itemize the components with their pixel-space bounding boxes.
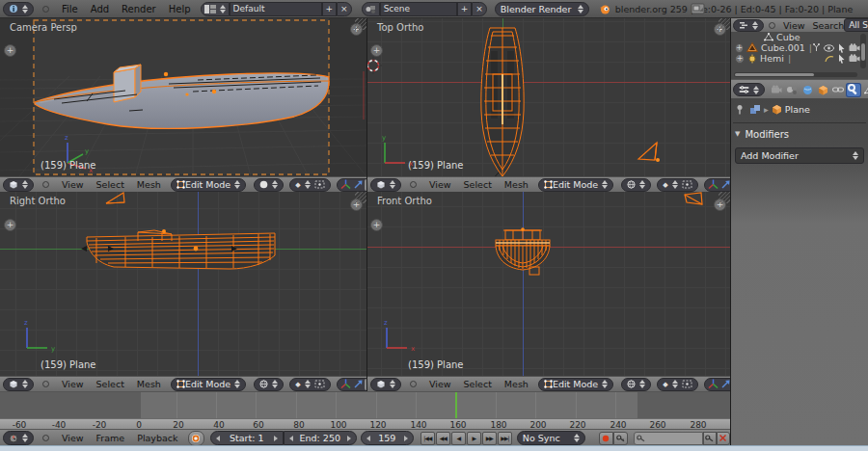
tab-render[interactable] bbox=[769, 83, 784, 97]
manipulator-axis-icon[interactable] bbox=[339, 379, 352, 390]
shading-dropdown[interactable] bbox=[621, 378, 651, 391]
tab-constraints[interactable] bbox=[830, 83, 846, 97]
outliner-scope-dropdown[interactable]: All Scenes bbox=[844, 18, 868, 32]
editor-type-dropdown-properties[interactable] bbox=[733, 83, 765, 96]
toolbar-expand-icon[interactable] bbox=[4, 44, 16, 57]
sync-mode-dropdown[interactable]: No Sync bbox=[517, 431, 585, 445]
menu-view[interactable]: View bbox=[62, 379, 84, 389]
pivot-point-dropdown[interactable]: ◆ bbox=[657, 178, 697, 192]
jump-to-start-button[interactable]: |◀◀ bbox=[420, 432, 435, 445]
mode-dropdown[interactable]: Edit Mode bbox=[171, 178, 246, 192]
area-resize-corner[interactable] bbox=[719, 18, 730, 30]
manipulate-center-points-icon[interactable] bbox=[682, 380, 692, 388]
area-resize-corner[interactable] bbox=[719, 392, 730, 404]
key-icon-button[interactable] bbox=[613, 432, 628, 445]
modifiers-panel-header[interactable]: ▼ Modifiers bbox=[731, 123, 868, 142]
area-resize-corner[interactable] bbox=[355, 18, 366, 30]
tab-world[interactable] bbox=[800, 83, 815, 97]
manipulate-center-points-icon[interactable] bbox=[314, 380, 325, 388]
add-modifier-dropdown[interactable]: Add Modifier bbox=[735, 147, 864, 164]
menu-view[interactable]: View bbox=[429, 379, 451, 389]
renderable-camera-icon[interactable] bbox=[849, 43, 860, 52]
scene-selector[interactable]: Scene + × bbox=[362, 2, 487, 16]
menu-mesh[interactable]: Mesh bbox=[137, 379, 161, 389]
manipulator-axis-icon[interactable] bbox=[707, 179, 719, 191]
boat-wireframe-top[interactable]: yx bbox=[367, 18, 730, 176]
manipulate-center-points-icon[interactable] bbox=[314, 180, 325, 189]
manipulator-rotate-icon[interactable] bbox=[365, 179, 366, 191]
render-engine-dropdown[interactable]: Blender Render bbox=[495, 2, 589, 16]
mode-dropdown[interactable]: Edit Mode bbox=[538, 378, 613, 391]
outliner-menu-view[interactable]: View bbox=[783, 20, 805, 31]
close-layout-button[interactable]: × bbox=[337, 2, 352, 16]
collapse-menus-dot[interactable] bbox=[42, 181, 49, 188]
scrollbar-thumb[interactable] bbox=[735, 73, 814, 76]
toolbar-expand-icon[interactable] bbox=[370, 44, 383, 57]
outliner-menu-search[interactable]: Search bbox=[813, 20, 845, 31]
timeline-menu-frame[interactable]: Frame bbox=[96, 433, 125, 443]
tab-object-data[interactable] bbox=[861, 83, 868, 97]
sail-object-wireframe[interactable] bbox=[106, 193, 124, 203]
menu-add[interactable]: Add bbox=[91, 4, 109, 14]
boat-wireframe-right[interactable]: zy bbox=[0, 192, 366, 376]
area-resize-corner[interactable] bbox=[355, 192, 366, 203]
frame-start-field[interactable]: Start: 1 bbox=[210, 431, 284, 445]
visibility-eye-icon[interactable] bbox=[824, 44, 834, 52]
pivot-point-dropdown[interactable]: ◆ bbox=[657, 378, 697, 391]
collapse-menus-dot[interactable] bbox=[42, 435, 49, 441]
outliner-hscrollbar-track[interactable] bbox=[731, 70, 868, 79]
editor-type-dropdown-3dview[interactable] bbox=[370, 178, 401, 192]
boat-wireframe-front[interactable]: zx bbox=[367, 192, 730, 376]
selectable-arrow-icon[interactable] bbox=[837, 54, 846, 64]
expand-icon[interactable] bbox=[735, 54, 745, 64]
menu-mesh[interactable]: Mesh bbox=[137, 179, 161, 190]
keying-set-field[interactable] bbox=[634, 432, 703, 445]
editor-type-dropdown-info[interactable] bbox=[3, 2, 34, 16]
collapse-menus-dot[interactable] bbox=[42, 6, 49, 13]
current-frame-playhead[interactable] bbox=[455, 392, 457, 418]
timeline-menu-view[interactable]: View bbox=[62, 433, 84, 443]
mode-dropdown[interactable]: Edit Mode bbox=[538, 178, 613, 192]
outliner-item-cube001[interactable]: Cube.001 | bbox=[731, 42, 868, 53]
shading-dropdown[interactable] bbox=[254, 178, 284, 192]
viewport-camera-persp[interactable]: xyz Camera Persp (159) Plane bbox=[0, 18, 366, 176]
delete-keyframe-button[interactable] bbox=[717, 432, 730, 445]
shading-dropdown[interactable] bbox=[254, 378, 284, 391]
menu-file[interactable]: File bbox=[62, 4, 78, 14]
collapse-menus-dot[interactable] bbox=[769, 22, 775, 29]
manipulator-translate-icon[interactable] bbox=[352, 379, 365, 390]
tab-object[interactable] bbox=[815, 83, 830, 97]
boat-model-shaded[interactable] bbox=[35, 65, 329, 128]
jump-to-end-button[interactable]: ▶▶| bbox=[498, 432, 512, 445]
window-duplicate-icon[interactable] bbox=[691, 3, 705, 14]
manipulator-rotate-icon[interactable] bbox=[365, 379, 366, 390]
collapse-menus-dot[interactable] bbox=[42, 381, 49, 387]
manipulator-translate-icon[interactable] bbox=[719, 379, 730, 390]
collapse-menus-dot[interactable] bbox=[410, 381, 417, 387]
mode-dropdown[interactable]: Edit Mode bbox=[171, 378, 246, 391]
manipulator-translate-icon[interactable] bbox=[352, 179, 365, 191]
next-keyframe-button[interactable]: ▶▶ bbox=[482, 432, 497, 445]
manipulator-axis-icon[interactable] bbox=[707, 379, 719, 390]
renderable-camera-icon[interactable] bbox=[849, 54, 860, 63]
timeline-band[interactable] bbox=[0, 391, 730, 419]
tab-scene[interactable] bbox=[784, 83, 800, 97]
auto-keyframe-record-button[interactable] bbox=[188, 431, 204, 446]
frame-end-field[interactable]: End: 250 bbox=[284, 431, 357, 445]
menu-view[interactable]: View bbox=[429, 179, 451, 190]
menu-help[interactable]: Help bbox=[169, 4, 191, 14]
outliner-item-cube[interactable]: Cube bbox=[731, 32, 868, 42]
add-scene-button[interactable]: + bbox=[457, 2, 473, 16]
menu-select[interactable]: Select bbox=[96, 179, 124, 190]
record-button[interactable] bbox=[599, 432, 613, 445]
menu-select[interactable]: Select bbox=[464, 179, 492, 190]
menu-select[interactable]: Select bbox=[96, 379, 124, 389]
prev-keyframe-button[interactable]: ◀◀ bbox=[436, 432, 450, 445]
menu-mesh[interactable]: Mesh bbox=[504, 179, 529, 190]
pin-icon[interactable] bbox=[735, 104, 745, 115]
manipulator-translate-icon[interactable] bbox=[719, 179, 730, 191]
outliner-item-hemi[interactable]: Hemi | bbox=[731, 53, 868, 64]
scene-name[interactable]: Scene bbox=[380, 2, 457, 16]
editor-type-dropdown-timeline[interactable] bbox=[3, 431, 34, 445]
screen-layout-selector[interactable]: Default + × bbox=[201, 2, 352, 16]
